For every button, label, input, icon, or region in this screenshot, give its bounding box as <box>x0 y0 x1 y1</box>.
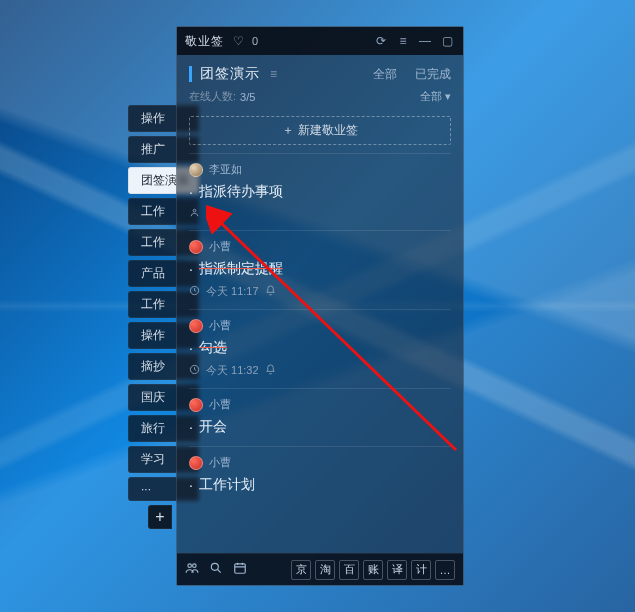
bottom-tile[interactable]: 百 <box>339 560 359 580</box>
bullet-icon: · <box>189 477 193 493</box>
filter-done[interactable]: 已完成 <box>415 66 451 83</box>
accent-bar <box>189 66 192 82</box>
card-meta: 0/3 <box>189 207 451 220</box>
bottom-tile[interactable]: 淘 <box>315 560 335 580</box>
card-title: ·工作计划 <box>189 476 451 494</box>
add-tab-button[interactable]: + <box>148 505 172 529</box>
svg-point-3 <box>188 564 192 568</box>
dropdown-filter[interactable]: 全部 ▾ <box>420 89 451 104</box>
new-note-button[interactable]: ＋ 新建敬业签 <box>189 116 451 145</box>
card-meta-text: 0/3 <box>206 208 221 220</box>
card-meta-text: 今天 11:32 <box>206 363 259 378</box>
close-icon[interactable]: ▢ <box>439 33 455 49</box>
online-line: 在线人数: 3/5 全部 ▾ <box>177 87 463 112</box>
bottom-tile[interactable]: 账 <box>363 560 383 580</box>
members-icon[interactable] <box>185 561 199 578</box>
avatar <box>189 319 203 333</box>
card-owner: 李亚如 <box>189 162 451 177</box>
card-owner: 小曹 <box>189 318 451 333</box>
bottom-tile[interactable]: 计 <box>411 560 431 580</box>
note-card[interactable]: 李亚如·指派待办事项0/3 <box>189 153 451 230</box>
card-title-text: 开会 <box>199 418 227 436</box>
clock-icon <box>189 364 200 377</box>
app-brand: 敬业签 <box>185 33 224 50</box>
menu-icon[interactable]: ≡ <box>395 33 411 49</box>
bullet-icon: · <box>189 184 193 200</box>
bottom-tile[interactable]: … <box>435 560 455 580</box>
online-count: 3/5 <box>240 91 255 103</box>
card-owner: 小曹 <box>189 397 451 412</box>
owner-name: 小曹 <box>209 397 231 412</box>
card-meta: 今天 11:17 <box>189 284 451 299</box>
card-owner: 小曹 <box>189 455 451 470</box>
bell-count: 0 <box>252 35 258 47</box>
card-title-text: 指派制定提醒 <box>199 260 283 278</box>
owner-name: 小曹 <box>209 318 231 333</box>
card-meta: 今天 11:32 <box>189 363 451 378</box>
svg-point-5 <box>211 563 218 570</box>
avatar <box>189 398 203 412</box>
card-title: ·勾选 <box>189 339 451 357</box>
card-title-text: 勾选 <box>199 339 227 357</box>
owner-name: 小曹 <box>209 455 231 470</box>
avatar <box>189 163 203 177</box>
search-icon[interactable] <box>209 561 223 578</box>
clock-icon <box>189 285 200 298</box>
reminder-icon <box>265 285 276 298</box>
owner-name: 李亚如 <box>209 162 242 177</box>
note-card[interactable]: 小曹·工作计划 <box>189 446 451 504</box>
bottom-tile[interactable]: 京 <box>291 560 311 580</box>
app-window: 敬业签 ♡ 0 ⟳ ≡ ― ▢ 团签演示 ≡ 全部 已完成 在线人数: 3/5 … <box>176 26 464 586</box>
card-owner: 小曹 <box>189 239 451 254</box>
person-icon <box>189 207 200 220</box>
section-header: 团签演示 ≡ 全部 已完成 <box>177 55 463 87</box>
list-mode-icon[interactable]: ≡ <box>270 67 277 81</box>
card-title-text: 工作计划 <box>199 476 255 494</box>
card-title: ·开会 <box>189 418 451 436</box>
filter-all[interactable]: 全部 <box>373 66 397 83</box>
svg-rect-6 <box>235 564 246 573</box>
card-title: ·指派待办事项 <box>189 183 451 201</box>
bullet-icon: · <box>189 261 193 277</box>
bottom-tile[interactable]: 译 <box>387 560 407 580</box>
sync-icon[interactable]: ⟳ <box>373 33 389 49</box>
svg-point-4 <box>193 564 197 568</box>
note-card[interactable]: 小曹·勾选今天 11:32 <box>189 309 451 388</box>
minimize-icon[interactable]: ― <box>417 33 433 49</box>
section-title: 团签演示 <box>200 65 260 83</box>
card-title-text: 指派待办事项 <box>199 183 283 201</box>
bottom-bar: 京淘百账译计… <box>177 553 463 585</box>
note-card[interactable]: 小曹·指派制定提醒今天 11:17 <box>189 230 451 309</box>
bell-icon[interactable]: ♡ <box>230 33 246 49</box>
note-list: 李亚如·指派待办事项0/3小曹·指派制定提醒今天 11:17小曹·勾选今天 11… <box>177 153 463 553</box>
online-label: 在线人数: <box>189 89 236 104</box>
calendar-icon[interactable] <box>233 561 247 578</box>
bottom-tiles: 京淘百账译计… <box>291 560 455 580</box>
bullet-icon: · <box>189 419 193 435</box>
reminder-icon <box>265 364 276 377</box>
card-title: ·指派制定提醒 <box>189 260 451 278</box>
avatar <box>189 456 203 470</box>
card-meta-text: 今天 11:17 <box>206 284 259 299</box>
bullet-icon: · <box>189 340 193 356</box>
titlebar: 敬业签 ♡ 0 ⟳ ≡ ― ▢ <box>177 27 463 55</box>
svg-point-0 <box>193 209 196 212</box>
avatar <box>189 240 203 254</box>
owner-name: 小曹 <box>209 239 231 254</box>
note-card[interactable]: 小曹·开会 <box>189 388 451 446</box>
